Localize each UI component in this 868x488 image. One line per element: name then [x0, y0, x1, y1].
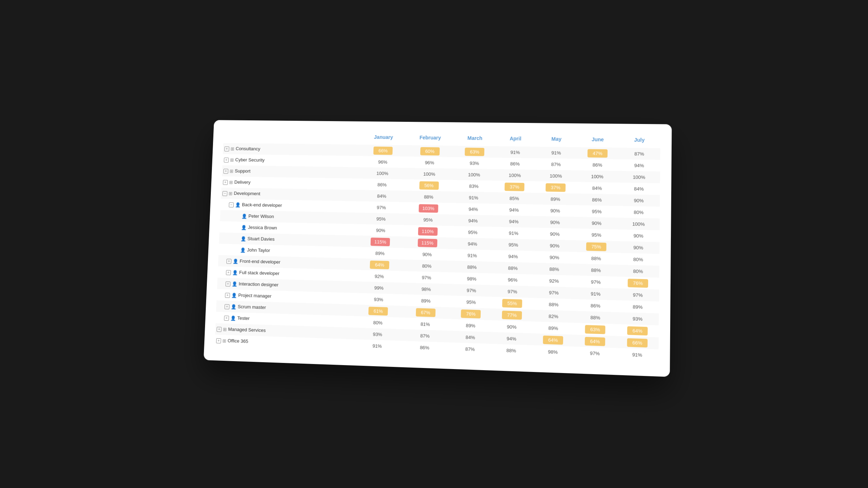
cell-value: 100%: [546, 171, 566, 180]
cell-value: 94%: [463, 205, 483, 213]
cell-value: 92%: [370, 272, 389, 281]
data-cell: 91%: [616, 348, 659, 361]
expand-icon[interactable]: +: [224, 316, 229, 321]
group-icon: ⊞: [229, 191, 233, 196]
data-cell: 92%: [533, 274, 575, 287]
cell-value: 97%: [627, 290, 648, 299]
data-cell: 82%: [533, 310, 575, 323]
data-cell: 90%: [402, 248, 452, 261]
expand-icon[interactable]: +: [223, 180, 228, 185]
cell-value: 89%: [543, 324, 563, 333]
cell-value: 94%: [501, 334, 522, 343]
data-cell: 86%: [576, 193, 618, 206]
cell-value: 64%: [370, 260, 390, 269]
expand-icon[interactable]: +: [224, 168, 229, 174]
cell-value: 95%: [463, 228, 483, 236]
data-cell: 66%: [361, 145, 405, 157]
data-cell: 87%: [450, 342, 491, 355]
cell-value: 77%: [502, 311, 522, 320]
data-cell: 91%: [495, 146, 536, 158]
data-cell: 90%: [618, 194, 660, 206]
expand-icon[interactable]: +: [226, 258, 231, 264]
cell-value: 64%: [543, 335, 563, 344]
cell-value: 66%: [373, 146, 393, 155]
data-cell: 88%: [533, 298, 575, 311]
data-cell: 90%: [617, 230, 660, 242]
cell-value: 90%: [628, 243, 649, 252]
role-icon: 👤: [232, 270, 238, 275]
cell-value: 91%: [505, 148, 525, 157]
data-cell: 99%: [356, 281, 401, 294]
role-icon: 👤: [232, 281, 238, 287]
row-label-text: Development: [234, 191, 260, 196]
label-col-header: Label: [223, 130, 361, 145]
data-cell: 89%: [357, 247, 403, 260]
expand-icon[interactable]: +: [226, 270, 231, 275]
cell-value: 97%: [502, 287, 522, 296]
cell-value: 94%: [463, 216, 483, 225]
cell-value: 83%: [464, 182, 484, 191]
expand-icon[interactable]: +: [225, 304, 230, 309]
expand-icon[interactable]: +: [225, 281, 230, 286]
cell-value: 97%: [417, 273, 437, 282]
cell-value: 88%: [586, 266, 606, 275]
data-cell: 76%: [450, 307, 492, 320]
data-cell: 95%: [451, 296, 492, 309]
cell-value: 90%: [629, 196, 649, 205]
data-cell: 80%: [617, 265, 659, 278]
cell-value: 91%: [464, 193, 484, 202]
expand-icon[interactable]: −: [229, 202, 234, 207]
data-cell: 84%: [359, 190, 404, 202]
data-cell: 80%: [618, 206, 660, 219]
data-cell: 90%: [491, 320, 533, 333]
expand-icon[interactable]: −: [222, 191, 227, 196]
cell-value: 90%: [545, 230, 565, 238]
cell-value: 115%: [371, 237, 390, 246]
row-label-text: Support: [235, 168, 251, 174]
data-cell: 88%: [533, 263, 575, 275]
cell-value: 87%: [629, 149, 649, 158]
data-cell: 95%: [358, 213, 404, 225]
data-cell: 90%: [533, 251, 575, 264]
row-label-text: Stuart Davies: [247, 236, 275, 242]
cell-value: 60%: [420, 147, 440, 155]
cell-value: 90%: [628, 231, 648, 240]
data-cell: 64%: [532, 333, 574, 347]
data-cell: 88%: [575, 252, 617, 265]
row-label-text: Delivery: [234, 179, 251, 185]
cell-value: 95%: [418, 215, 438, 224]
expand-icon[interactable]: +: [224, 146, 229, 151]
cell-value: 91%: [586, 289, 606, 298]
cell-value: 99%: [369, 283, 389, 292]
data-cell: 64%: [357, 258, 402, 271]
person-icon: 👤: [241, 225, 247, 230]
data-cell: 94%: [453, 203, 494, 215]
data-cell: 89%: [616, 300, 659, 313]
expand-icon[interactable]: +: [217, 327, 222, 332]
data-cell: 88%: [490, 344, 532, 357]
expand-icon[interactable]: +: [216, 338, 221, 343]
expand-icon[interactable]: +: [224, 158, 229, 163]
data-cell: 94%: [493, 215, 535, 227]
cell-value: 100%: [420, 170, 439, 178]
data-cell: 93%: [355, 328, 400, 341]
cell-value: 76%: [628, 278, 648, 287]
data-cell: 64%: [574, 335, 616, 348]
data-cell: 89%: [532, 321, 574, 334]
data-cell: 98%: [532, 345, 574, 359]
cell-value: 84%: [372, 192, 392, 200]
expand-icon[interactable]: +: [225, 293, 230, 298]
group-icon: ⊞: [230, 157, 234, 163]
cell-value: 93%: [369, 295, 388, 304]
data-cell: 47%: [577, 147, 618, 159]
cell-value: 90%: [417, 250, 437, 258]
person-icon: 👤: [240, 247, 246, 253]
row-label: +⊞Consultancy: [223, 143, 361, 156]
cell-value: 80%: [368, 318, 388, 327]
cell-value: 75%: [586, 242, 607, 251]
cell-value: 115%: [418, 239, 437, 247]
data-cell: 100%: [494, 169, 536, 181]
data-cell: 91%: [493, 227, 534, 239]
data-cell: 37%: [535, 181, 576, 193]
cell-value: 89%: [545, 194, 565, 203]
